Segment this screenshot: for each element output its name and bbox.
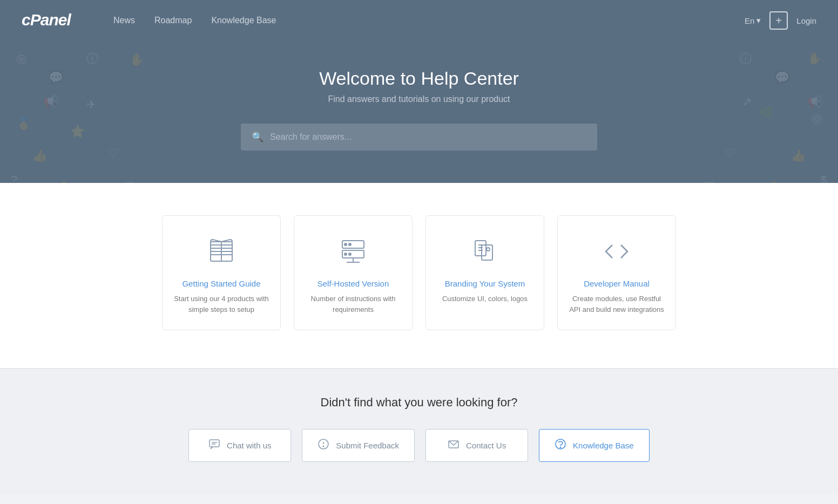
kb-icon: [555, 438, 566, 453]
feedback-label: Submit Feedback: [336, 441, 399, 450]
svg-point-9: [344, 243, 347, 246]
bg-medal-icon: 🏅: [16, 117, 31, 131]
footer-section: Didn't find what you were looking for? C…: [0, 368, 838, 494]
bg-hand-icon: ✋: [130, 53, 144, 67]
logo[interactable]: cPanel: [22, 8, 81, 33]
contact-button[interactable]: Contact Us: [425, 429, 528, 462]
server-icon: [337, 235, 369, 269]
hero-bg-icons: ◎ 💬 ⓘ ✋ 📢 🏅 ⭐ 👍 ♡ ? 🔔 ✉ ✈ ✋ 💬 ⓘ 📢 🌿 👍 ♡ …: [0, 41, 838, 183]
bg-like-icon: 👍: [32, 149, 47, 163]
bg-mail-icon: ✉: [124, 179, 134, 183]
card-developer-desc: Create modules, use Restful API and buil…: [569, 294, 665, 315]
svg-point-10: [349, 243, 351, 246]
search-bar: 🔍: [241, 124, 597, 151]
card-branding-title: Branding Your System: [445, 279, 525, 288]
svg-rect-21: [210, 440, 219, 447]
nav-roadmap[interactable]: Roadmap: [154, 16, 192, 25]
bg-heart2-icon: ♡: [725, 146, 735, 160]
feedback-icon: [317, 438, 329, 453]
nav-links: News Roadmap Knowledge Base: [113, 16, 745, 25]
card-developer[interactable]: Developer Manual Create modules, use Res…: [557, 215, 676, 330]
nav-right: En ▾ + Login: [745, 11, 816, 30]
search-icon: 🔍: [252, 131, 263, 143]
card-branding[interactable]: Branding Your System Customize UI, color…: [425, 215, 544, 330]
card-branding-desc: Customize UI, colors, logos: [442, 294, 528, 304]
svg-text:cPanel: cPanel: [22, 11, 71, 29]
footer-buttons: Chat with us Submit Feedback Contact Us: [22, 429, 816, 462]
bg-question-icon: ?: [11, 173, 17, 183]
svg-point-29: [560, 447, 561, 448]
hero-section: ◎ 💬 ⓘ ✋ 📢 🏅 ⭐ 👍 ♡ ? 🔔 ✉ ✈ ✋ 💬 ⓘ 📢 🌿 👍 ♡ …: [0, 41, 838, 183]
footer-title: Didn't find what you were looking for?: [22, 396, 816, 410]
bg-mail2-icon: ✉: [704, 179, 714, 183]
svg-point-26: [323, 446, 325, 447]
nav-news[interactable]: News: [113, 16, 135, 25]
bg-info2-icon: ⓘ: [740, 51, 752, 67]
svg-point-11: [344, 253, 347, 255]
cards-section: Getting Started Guide Start using our 4 …: [0, 183, 838, 368]
chevron-down-icon: ▾: [756, 16, 761, 25]
chat-button[interactable]: Chat with us: [188, 429, 291, 462]
card-self-hosted-desc: Number of instructions with requirements: [305, 294, 401, 315]
hero-subtitle: Find answers and tutorials on using our …: [22, 94, 816, 104]
search-input[interactable]: [270, 132, 586, 142]
svg-point-20: [486, 248, 490, 251]
feedback-button[interactable]: Submit Feedback: [302, 429, 415, 462]
code-icon: [600, 235, 633, 269]
card-self-hosted-title: Self-Hosted Version: [317, 279, 389, 288]
hero-title: Welcome to Help Center: [22, 68, 816, 89]
bg-target2-icon: ◎: [812, 111, 822, 125]
login-button[interactable]: Login: [796, 16, 816, 25]
navbar: cPanel News Roadmap Knowledge Base En ▾ …: [0, 0, 838, 41]
card-getting-started-desc: Start using our 4 products with simple s…: [173, 294, 269, 315]
card-self-hosted[interactable]: Self-Hosted Version Number of instructio…: [294, 215, 413, 330]
plus-button[interactable]: +: [769, 11, 788, 30]
book-icon: [205, 235, 238, 269]
kb-label: Knowledge Base: [573, 441, 634, 450]
contact-label: Contact Us: [466, 441, 506, 450]
bg-hand2-icon: ✋: [807, 52, 822, 66]
chat-label: Chat with us: [227, 441, 272, 450]
bg-star-icon: ⭐: [70, 125, 85, 139]
bg-bell2-icon: 🔔: [767, 180, 781, 183]
bg-leaf-icon: 🌿: [759, 106, 773, 120]
bg-bell-icon: 🔔: [57, 180, 71, 183]
chat-icon: [208, 438, 220, 453]
svg-point-12: [349, 253, 351, 255]
language-selector[interactable]: En ▾: [745, 16, 761, 25]
bg-coin-icon: $: [821, 173, 827, 183]
bg-target-icon: ◎: [16, 52, 26, 66]
email-icon: [448, 438, 459, 453]
bg-heart-icon: ♡: [108, 146, 119, 160]
card-getting-started-title: Getting Started Guide: [182, 279, 260, 288]
bg-like2-icon: 👍: [791, 149, 806, 163]
nav-knowledge-base[interactable]: Knowledge Base: [211, 16, 276, 25]
card-getting-started[interactable]: Getting Started Guide Start using our 4 …: [162, 215, 281, 330]
svg-rect-16: [482, 245, 492, 260]
kb-button[interactable]: Knowledge Base: [539, 429, 650, 462]
branding-icon: [469, 235, 501, 269]
bg-info-icon: ⓘ: [86, 51, 98, 67]
card-developer-title: Developer Manual: [584, 279, 650, 288]
